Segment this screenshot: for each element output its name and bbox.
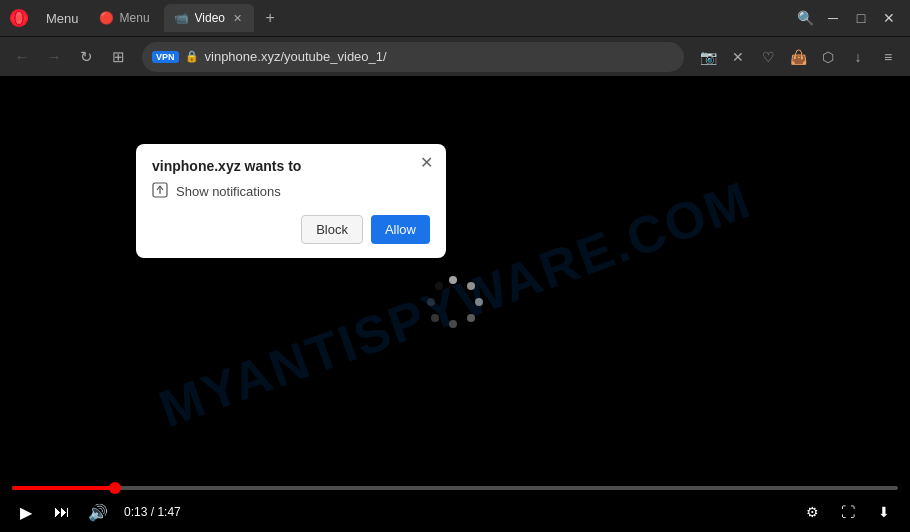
progress-fill <box>12 486 117 490</box>
minimize-button[interactable]: ─ <box>820 5 846 31</box>
restore-button[interactable]: □ <box>848 5 874 31</box>
block-button[interactable]: Block <box>301 215 363 244</box>
cube-button[interactable]: ⬡ <box>814 43 842 71</box>
tab-bar: Menu 🔴 Menu 📹 Video ✕ + 🔍 ─ □ ✕ <box>0 0 910 36</box>
time-total: 1:47 <box>157 505 180 519</box>
url-text: vinphone.xyz/youtube_video_1/ <box>205 49 674 64</box>
window-controls: 🔍 ─ □ ✕ <box>792 5 902 31</box>
popup-title: vinphone.xyz wants to <box>152 158 430 174</box>
settings-button[interactable]: ⚙ <box>798 498 826 526</box>
back-button[interactable]: ← <box>8 43 36 71</box>
video-area: MYANTISPYWARE.COM ▶ ⏭ 🔊 0:13 / 1:47 <box>0 76 910 532</box>
tab-menu[interactable]: 🔴 Menu <box>89 4 160 32</box>
search-button[interactable]: 🔍 <box>792 5 818 31</box>
time-display: 0:13 / 1:47 <box>124 505 181 519</box>
progress-bar[interactable] <box>12 486 898 490</box>
next-button[interactable]: ⏭ <box>48 498 76 526</box>
tabs-grid-button[interactable]: ⊞ <box>104 43 132 71</box>
opera-logo[interactable] <box>8 7 30 29</box>
close-badge-button[interactable]: ✕ <box>724 43 752 71</box>
camera-icon-button[interactable]: 📷 <box>694 43 722 71</box>
tab-video-title: Video <box>195 11 225 25</box>
video-download-button[interactable]: ⬇ <box>870 498 898 526</box>
new-tab-button[interactable]: + <box>258 6 282 30</box>
play-button[interactable]: ▶ <box>12 498 40 526</box>
popup-permission: Show notifications <box>152 182 430 201</box>
notification-permission-icon <box>152 182 168 201</box>
forward-button[interactable]: → <box>40 43 68 71</box>
volume-button[interactable]: 🔊 <box>84 498 112 526</box>
menu-icon-button[interactable]: ≡ <box>874 43 902 71</box>
tab-video[interactable]: 📹 Video ✕ <box>164 4 254 32</box>
menu-button[interactable]: Menu <box>40 9 85 28</box>
menu-label: Menu <box>46 11 79 26</box>
heart-button[interactable]: ♡ <box>754 43 782 71</box>
address-bar[interactable]: VPN 🔒 vinphone.xyz/youtube_video_1/ <box>142 42 684 72</box>
permission-text: Show notifications <box>176 184 281 199</box>
time-current: 0:13 <box>124 505 147 519</box>
controls-row: ▶ ⏭ 🔊 0:13 / 1:47 ⚙ ⛶ ⬇ <box>12 498 898 526</box>
video-controls: ▶ ⏭ 🔊 0:13 / 1:47 ⚙ ⛶ ⬇ <box>0 478 910 532</box>
popup-close-button[interactable]: ✕ <box>416 152 436 172</box>
notification-popup: ✕ vinphone.xyz wants to Show notificatio… <box>136 144 446 258</box>
tab-menu-title: Menu <box>120 11 150 25</box>
spinner-dots <box>425 274 485 334</box>
tab-video-close[interactable]: ✕ <box>231 10 244 27</box>
loading-spinner <box>425 274 485 334</box>
allow-button[interactable]: Allow <box>371 215 430 244</box>
lock-icon: 🔒 <box>185 50 199 63</box>
toolbar: ← → ↻ ⊞ VPN 🔒 vinphone.xyz/youtube_video… <box>0 36 910 76</box>
refresh-button[interactable]: ↻ <box>72 43 100 71</box>
toolbar-icons: 📷 ✕ ♡ 👜 ⬡ ↓ ≡ <box>694 43 902 71</box>
close-button[interactable]: ✕ <box>876 5 902 31</box>
popup-buttons: Block Allow <box>152 215 430 244</box>
time-separator: / <box>151 505 154 519</box>
tab-menu-favicon: 🔴 <box>99 11 114 25</box>
wallet-button[interactable]: 👜 <box>784 43 812 71</box>
tab-video-favicon: 📹 <box>174 11 189 25</box>
vpn-badge: VPN <box>152 51 179 63</box>
fullscreen-button[interactable]: ⛶ <box>834 498 862 526</box>
download-icon-button[interactable]: ↓ <box>844 43 872 71</box>
